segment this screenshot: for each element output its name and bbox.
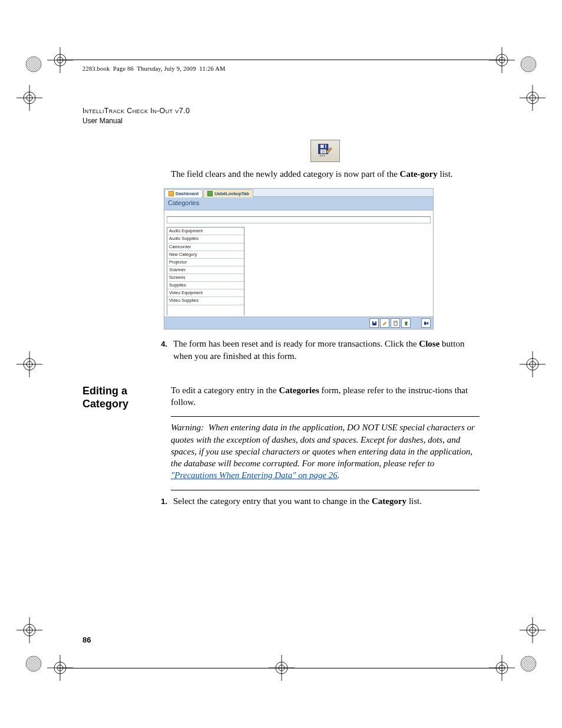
reg-cross [520,617,546,643]
list-item: Projector [167,259,244,266]
reg-cross [520,351,546,377]
crop-line [58,60,504,60]
reg-cross [16,85,42,111]
svg-rect-53 [320,145,326,149]
reg-cross [16,351,42,377]
floppy-pencil-icon [317,143,333,159]
divider [171,416,480,417]
warning-note: Warning: When entering data in the appli… [171,421,480,481]
tab-lookup: UsbdLookupTab [203,189,253,197]
list-item: Audio Equipment [167,228,244,235]
close-icon [421,318,431,328]
heading-editing-a-category: Editing a Category [82,384,159,411]
edit-icon [380,318,389,328]
list-item: Supplies [167,282,244,289]
product-subtitle: User Manual [82,116,480,126]
svg-rect-67 [394,321,396,325]
tab-dashboard: Dashboard [164,189,203,197]
reg-cross [520,85,546,111]
categories-form-screenshot: Dashboard UsbdLookupTab Categories Audio… [164,188,434,330]
reg-sphere [520,55,537,73]
svg-marker-66 [382,322,386,325]
list-item: Scanner [167,266,244,274]
screenshot-input-field [167,216,431,223]
svg-point-61 [320,156,321,157]
reg-cross [47,47,73,73]
delete-icon [401,318,411,328]
svg-rect-69 [405,322,407,325]
editing-intro: To edit a category entry in the Categori… [171,384,480,409]
crop-line [58,668,504,668]
precautions-link[interactable]: "Precautions When Entering Data" on page… [171,470,338,480]
list-item: Video Equipment [167,289,244,297]
svg-point-62 [322,156,323,157]
manual-page: 2283.book Page 86 Thursday, July 9, 2009… [0,0,562,728]
list-item: Audio Supplies [167,235,244,243]
svg-rect-70 [404,322,407,322]
product-title: IntelliTrack Check In-Out v7.0 [82,106,480,116]
screenshot-tabs: Dashboard UsbdLookupTab [164,189,433,197]
page-number: 86 [82,635,91,645]
reg-sphere [520,655,537,673]
save-icon [369,318,379,328]
divider [171,490,480,490]
svg-rect-65 [373,321,375,323]
reg-cross [16,617,42,643]
running-header: 2283.book Page 86 Thursday, July 9, 2009… [82,65,480,73]
list-item: Video Supplies [167,297,244,305]
step-1: 1. Select the category entry that you wa… [159,495,480,507]
list-item: New Category [167,251,244,259]
reg-cross [489,47,515,73]
svg-rect-71 [424,322,426,325]
screenshot-form-title: Categories [164,197,433,210]
new-icon [391,318,400,328]
category-list: Audio Equipment Audio Supplies Camcorder… [167,227,244,315]
list-item: Screens [167,274,244,282]
step-4: 4. The form has been reset and is ready … [159,338,480,362]
svg-rect-54 [324,145,325,149]
paragraph-category-added: The field clears and the newly added cat… [171,168,480,180]
page-content: 2283.book Page 86 Thursday, July 9, 2009… [82,65,480,513]
svg-point-63 [324,156,325,157]
spacer [412,319,420,327]
list-item: Camcorder [167,243,244,251]
screenshot-toolbar [164,317,433,329]
reg-sphere [25,55,42,73]
save-icon-figure [310,140,340,162]
svg-marker-72 [426,322,428,325]
reg-sphere [25,655,42,673]
